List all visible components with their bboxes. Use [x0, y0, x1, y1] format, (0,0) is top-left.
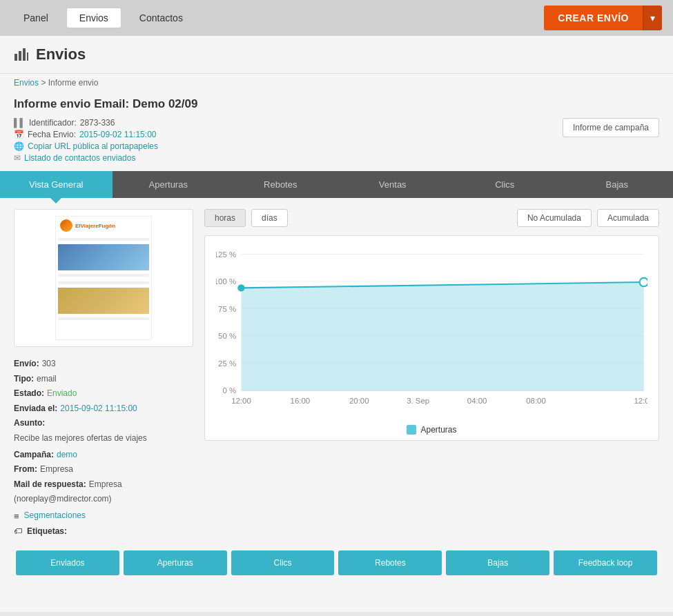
field-tipo: Tipo: email: [14, 372, 193, 387]
segmentaciones-link[interactable]: Segmentaciones: [24, 508, 86, 524]
tipo-label: Tipo:: [14, 372, 34, 387]
chart-controls: horas días No Acumulada Acumulada: [204, 209, 659, 227]
dias-button[interactable]: días: [251, 209, 288, 227]
bottom-buttons: Enviados Aperturas Clics Rebotes Bajas F…: [0, 550, 673, 585]
email-text-2: [58, 281, 149, 284]
tab-ventas[interactable]: Ventas: [337, 171, 449, 198]
top-nav: Panel Envios Contactos CREAR ENVÍO ▾: [0, 0, 673, 36]
horas-button[interactable]: horas: [204, 209, 246, 227]
breadcrumb: Envios > Informe envio: [0, 74, 673, 92]
bottom-btn-enviados[interactable]: Enviados: [16, 550, 119, 575]
svg-text:04:00: 04:00: [467, 397, 487, 405]
svg-rect-1: [19, 51, 21, 61]
email-body-preview: [56, 235, 151, 339]
field-etiquetas: 🏷 Etiquetas:: [14, 524, 193, 539]
bar-chart-icon: [14, 47, 29, 62]
tab-bajas[interactable]: Bajas: [561, 171, 674, 198]
legend-label-aperturas: Aperturas: [420, 425, 456, 435]
crear-envio-button[interactable]: CREAR ENVÍO: [544, 6, 643, 30]
legend-color-aperturas: [407, 425, 416, 435]
informe-title: Informe envio Email: Demo 02/09: [14, 97, 659, 111]
svg-text:50 %: 50 %: [218, 332, 236, 340]
field-from: From: Empresa: [14, 462, 193, 477]
copiar-url-link[interactable]: Copiar URL pública al portapapeles: [28, 141, 158, 151]
svg-text:100 %: 100 %: [216, 277, 236, 286]
nav-envios[interactable]: Envios: [66, 8, 121, 28]
crear-envio-dropdown[interactable]: ▾: [643, 6, 662, 30]
estado-label: Estado:: [14, 386, 44, 401]
no-acumulada-button[interactable]: No Acumulada: [517, 209, 592, 227]
listado-contactos-link[interactable]: Listado de contactos enviados: [24, 153, 135, 163]
bottom-btn-aperturas[interactable]: Aperturas: [124, 550, 227, 575]
enviada-el-value: 2015-09-02 11:15:00: [60, 401, 137, 417]
bottom-btn-clics[interactable]: Clics: [231, 550, 335, 575]
mail-respuesta-label: Mail de respuesta:: [14, 477, 86, 493]
identificador-label: Identificador:: [29, 118, 77, 128]
meta-identificador: ▌▌ Identificador: 2873-336: [14, 118, 158, 128]
breadcrumb-current: Informe envio: [48, 78, 99, 88]
field-envio: Envío: 303: [14, 357, 193, 372]
breadcrumb-envios-link[interactable]: Envios: [14, 78, 39, 88]
svg-point-18: [640, 278, 647, 287]
email-logo-circle: [60, 219, 72, 232]
chart-area: 125 % 100 % 75 % 50 % 25 % 0 %: [204, 235, 659, 441]
bottom-btn-feedback-loop[interactable]: Feedback loop: [554, 550, 657, 575]
nav-panel[interactable]: Panel: [11, 8, 61, 28]
nav-contactos[interactable]: Contactos: [127, 8, 195, 28]
left-panel: ElViajereFugón Envío: 303: [14, 209, 193, 539]
envelope-icon: ✉: [14, 153, 21, 163]
barcode-icon: ▌▌: [14, 118, 26, 128]
svg-text:20:00: 20:00: [349, 397, 369, 405]
chart-legend: Aperturas: [216, 425, 647, 435]
field-asunto: Asunto:: [14, 416, 193, 431]
informe-section: Informe envio Email: Demo 02/09: [0, 92, 673, 111]
bottom-btn-rebotes[interactable]: Rebotes: [338, 550, 442, 575]
svg-text:3. Sep: 3. Sep: [407, 397, 429, 405]
info-fields: Envío: 303 Tipo: email Estado: Enviado E…: [14, 357, 193, 539]
tab-rebotes[interactable]: Rebotes: [224, 171, 337, 198]
envio-label: Envío:: [14, 357, 39, 372]
mail-email-row: (noreplay@mdirector.com): [14, 492, 193, 507]
field-estado: Estado: Enviado: [14, 386, 193, 401]
meta-fecha: 📅 Fecha Envio: 2015-09-02 11:15:00: [14, 130, 158, 139]
tag-icon: 🏷: [14, 524, 22, 539]
page-title-row: Envios: [14, 46, 659, 63]
page-header: Envios: [0, 36, 673, 74]
svg-text:25 %: 25 %: [218, 359, 236, 368]
fecha-value: 2015-09-02 11:15:00: [79, 130, 156, 139]
svg-text:75 %: 75 %: [218, 305, 236, 313]
crear-envio-wrapper: CREAR ENVÍO ▾: [544, 6, 662, 30]
campana-value[interactable]: demo: [57, 448, 77, 463]
email-preview-thumbnail: ElViajereFugón: [55, 216, 152, 340]
email-image-block-1: [58, 244, 149, 270]
svg-marker-16: [241, 282, 643, 390]
tabs-bar: Vista General Aperturas Rebotes Ventas C…: [0, 171, 673, 198]
from-value: Empresa: [40, 462, 73, 477]
informe-campana-button[interactable]: Informe de campaña: [563, 118, 659, 137]
email-preview-box: ElViajereFugón: [14, 209, 193, 347]
meta-left: ▌▌ Identificador: 2873-336 📅 Fecha Envio…: [14, 118, 158, 163]
tab-clics[interactable]: Clics: [449, 171, 561, 198]
acumulada-button[interactable]: Acumulada: [597, 209, 659, 227]
svg-text:16:00: 16:00: [291, 397, 311, 405]
svg-text:0 %: 0 %: [222, 387, 236, 395]
svg-text:12:00: 12:00: [231, 397, 251, 405]
field-enviada-el: Enviada el: 2015-09-02 11:15:00: [14, 401, 193, 417]
svg-rect-3: [27, 52, 28, 61]
email-text-3: [58, 317, 149, 320]
tab-vista-general[interactable]: Vista General: [0, 171, 113, 198]
email-header-preview: ElViajereFugón: [56, 217, 151, 235]
svg-text:12:00: 12:00: [634, 397, 647, 405]
estado-value: Enviado: [47, 386, 77, 401]
mail-respuesta-email: (noreplay@mdirector.com): [14, 494, 112, 504]
nav-links: Panel Envios Contactos: [11, 8, 195, 28]
meta-listado: ✉ Listado de contactos enviados: [14, 153, 158, 163]
meta-copiar-url: 🌐 Copiar URL pública al portapapeles: [14, 141, 158, 151]
asunto-label: Asunto:: [14, 416, 45, 431]
identificador-value: 2873-336: [80, 118, 115, 128]
asunto-value-row: Recibe las mejores ofertas de viajes: [14, 431, 193, 446]
meta-row: ▌▌ Identificador: 2873-336 📅 Fecha Envio…: [0, 118, 673, 163]
bottom-btn-bajas[interactable]: Bajas: [446, 550, 549, 575]
body-area: ElViajereFugón Envío: 303: [0, 198, 673, 550]
tab-aperturas[interactable]: Aperturas: [113, 171, 225, 198]
